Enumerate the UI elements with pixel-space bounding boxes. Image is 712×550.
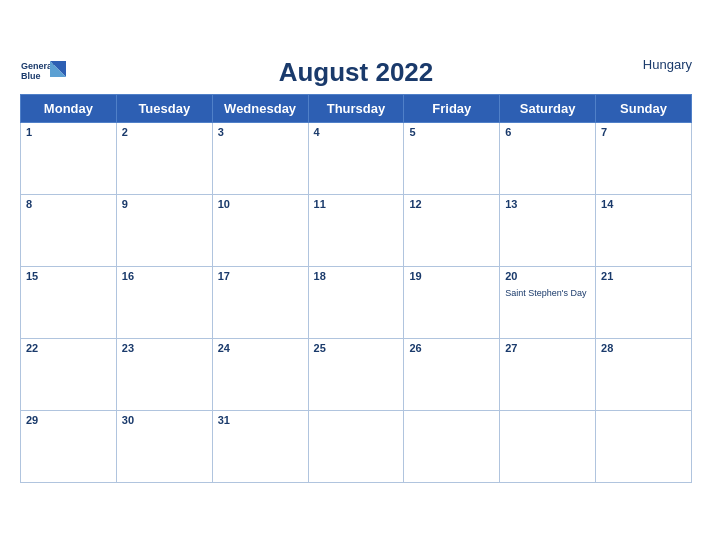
day-cell: 17 xyxy=(212,267,308,339)
day-cell: 20Saint Stephen's Day xyxy=(500,267,596,339)
day-cell: 21 xyxy=(596,267,692,339)
day-number: 31 xyxy=(218,414,303,426)
day-number: 18 xyxy=(314,270,399,282)
day-cell: 11 xyxy=(308,195,404,267)
day-number: 28 xyxy=(601,342,686,354)
day-number: 22 xyxy=(26,342,111,354)
day-number: 16 xyxy=(122,270,207,282)
brand-logo: General Blue xyxy=(20,57,68,93)
col-thursday: Thursday xyxy=(308,95,404,123)
day-cell: 4 xyxy=(308,123,404,195)
day-cell: 6 xyxy=(500,123,596,195)
day-cell: 2 xyxy=(116,123,212,195)
day-number: 6 xyxy=(505,126,590,138)
brand: General Blue xyxy=(20,57,68,93)
day-cell: 15 xyxy=(21,267,117,339)
week-row-1: 1234567 xyxy=(21,123,692,195)
col-saturday: Saturday xyxy=(500,95,596,123)
day-number: 26 xyxy=(409,342,494,354)
day-number: 21 xyxy=(601,270,686,282)
holiday-label: Saint Stephen's Day xyxy=(505,288,586,298)
day-cell: 12 xyxy=(404,195,500,267)
day-cell xyxy=(404,411,500,483)
day-number: 11 xyxy=(314,198,399,210)
day-cell: 8 xyxy=(21,195,117,267)
day-cell: 1 xyxy=(21,123,117,195)
week-row-4: 22232425262728 xyxy=(21,339,692,411)
day-cell: 25 xyxy=(308,339,404,411)
day-cell: 28 xyxy=(596,339,692,411)
day-number: 5 xyxy=(409,126,494,138)
svg-text:Blue: Blue xyxy=(21,71,41,81)
day-number: 27 xyxy=(505,342,590,354)
day-number: 29 xyxy=(26,414,111,426)
day-cell: 18 xyxy=(308,267,404,339)
calendar-wrapper: General Blue August 2022 Hungary Monday … xyxy=(0,47,712,503)
day-number: 15 xyxy=(26,270,111,282)
col-friday: Friday xyxy=(404,95,500,123)
country-label: Hungary xyxy=(643,57,692,72)
day-number: 30 xyxy=(122,414,207,426)
day-cell: 13 xyxy=(500,195,596,267)
day-cell: 31 xyxy=(212,411,308,483)
day-number: 2 xyxy=(122,126,207,138)
day-number: 12 xyxy=(409,198,494,210)
day-number: 19 xyxy=(409,270,494,282)
day-cell: 26 xyxy=(404,339,500,411)
day-cell: 27 xyxy=(500,339,596,411)
day-cell: 16 xyxy=(116,267,212,339)
day-cell: 23 xyxy=(116,339,212,411)
calendar-header: General Blue August 2022 Hungary xyxy=(20,57,692,88)
day-cell: 9 xyxy=(116,195,212,267)
day-cell xyxy=(308,411,404,483)
day-number: 13 xyxy=(505,198,590,210)
week-row-3: 151617181920Saint Stephen's Day21 xyxy=(21,267,692,339)
day-cell: 19 xyxy=(404,267,500,339)
day-cell: 5 xyxy=(404,123,500,195)
day-cell: 14 xyxy=(596,195,692,267)
day-number: 8 xyxy=(26,198,111,210)
svg-text:General: General xyxy=(21,61,55,71)
day-number: 1 xyxy=(26,126,111,138)
day-number: 24 xyxy=(218,342,303,354)
week-row-2: 891011121314 xyxy=(21,195,692,267)
day-number: 9 xyxy=(122,198,207,210)
day-number: 10 xyxy=(218,198,303,210)
day-number: 17 xyxy=(218,270,303,282)
days-header-row: Monday Tuesday Wednesday Thursday Friday… xyxy=(21,95,692,123)
col-tuesday: Tuesday xyxy=(116,95,212,123)
day-cell: 3 xyxy=(212,123,308,195)
day-cell xyxy=(500,411,596,483)
col-wednesday: Wednesday xyxy=(212,95,308,123)
col-monday: Monday xyxy=(21,95,117,123)
day-cell: 22 xyxy=(21,339,117,411)
day-number: 3 xyxy=(218,126,303,138)
day-cell: 29 xyxy=(21,411,117,483)
col-sunday: Sunday xyxy=(596,95,692,123)
calendar-title: August 2022 xyxy=(20,57,692,88)
week-row-5: 293031 xyxy=(21,411,692,483)
day-number: 7 xyxy=(601,126,686,138)
day-number: 20 xyxy=(505,270,590,282)
calendar-grid: Monday Tuesday Wednesday Thursday Friday… xyxy=(20,94,692,483)
day-cell: 30 xyxy=(116,411,212,483)
day-cell: 10 xyxy=(212,195,308,267)
day-number: 25 xyxy=(314,342,399,354)
calendar-body: 1234567891011121314151617181920Saint Ste… xyxy=(21,123,692,483)
day-number: 4 xyxy=(314,126,399,138)
day-cell: 24 xyxy=(212,339,308,411)
day-number: 14 xyxy=(601,198,686,210)
day-cell: 7 xyxy=(596,123,692,195)
day-number: 23 xyxy=(122,342,207,354)
day-cell xyxy=(596,411,692,483)
